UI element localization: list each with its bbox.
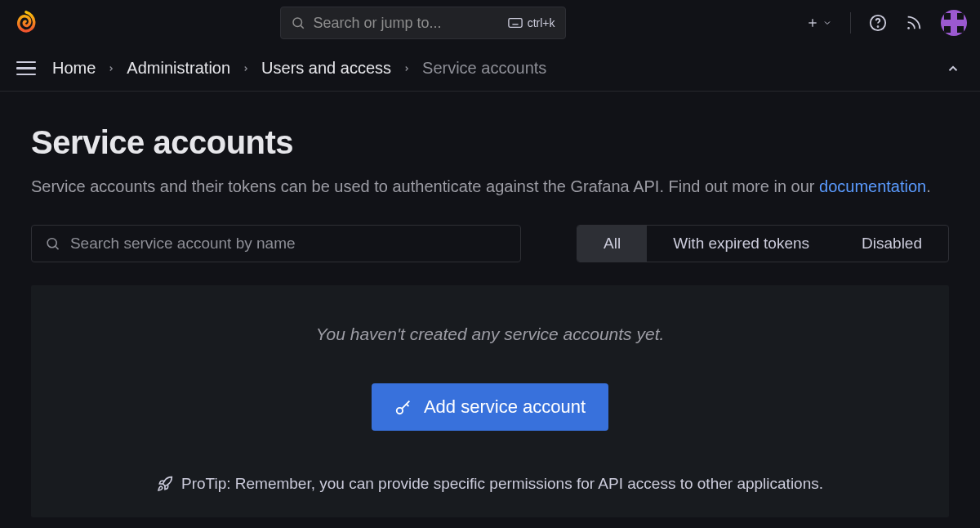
rocket-icon — [157, 476, 173, 492]
filter-tabs: All With expired tokens Disabled — [577, 225, 949, 262]
empty-state: You haven't created any service accounts… — [31, 285, 949, 517]
crumb-administration[interactable]: Administration — [127, 59, 230, 78]
collapse-button[interactable] — [941, 56, 965, 81]
svg-line-1 — [301, 25, 303, 28]
filter-disabled[interactable]: Disabled — [835, 226, 948, 262]
svg-line-17 — [407, 404, 409, 406]
divider — [850, 12, 851, 34]
documentation-link[interactable]: documentation — [819, 177, 926, 195]
svg-point-13 — [47, 239, 56, 248]
svg-point-12 — [907, 27, 910, 29]
filter-expired[interactable]: With expired tokens — [647, 226, 835, 262]
global-search-placeholder: Search or jump to... — [314, 15, 500, 32]
chevron-right-icon — [242, 63, 250, 74]
menu-toggle-button[interactable] — [15, 56, 38, 81]
grafana-logo[interactable] — [13, 10, 39, 36]
subtitle-text: Service accounts and their tokens can be… — [31, 177, 819, 195]
topbar-center: Search or jump to... ctrl+k — [39, 7, 806, 39]
keyboard-shortcut: ctrl+k — [508, 16, 555, 29]
keyboard-icon — [508, 17, 523, 29]
shortcut-label: ctrl+k — [528, 16, 555, 29]
top-bar: Search or jump to... ctrl+k — [0, 0, 980, 46]
add-service-account-button[interactable]: Add service account — [372, 383, 608, 431]
breadcrumb-row: Home Administration Users and access Ser… — [0, 46, 980, 92]
protip: ProTip: Remember, you can provide specif… — [47, 475, 933, 493]
svg-line-16 — [402, 401, 409, 409]
search-icon — [291, 16, 305, 30]
crumb-users-and-access[interactable]: Users and access — [261, 59, 391, 78]
svg-line-14 — [56, 247, 59, 250]
crumb-current: Service accounts — [422, 59, 546, 78]
search-icon — [45, 235, 60, 252]
news-button[interactable] — [905, 14, 923, 32]
service-account-search-input[interactable] — [70, 235, 507, 253]
chevron-right-icon — [107, 63, 115, 74]
subtitle-suffix: . — [926, 177, 931, 195]
empty-message: You haven't created any service accounts… — [47, 324, 933, 344]
filter-all[interactable]: All — [577, 226, 647, 262]
add-button-label: Add service account — [424, 396, 586, 418]
svg-rect-2 — [509, 19, 522, 28]
page-subtitle: Service accounts and their tokens can be… — [31, 174, 949, 199]
service-account-search[interactable] — [31, 225, 521, 262]
controls-row: All With expired tokens Disabled — [31, 225, 949, 262]
user-avatar[interactable] — [941, 10, 967, 36]
page-content: Service accounts Service accounts and th… — [0, 92, 980, 517]
page-title: Service accounts — [31, 124, 949, 161]
breadcrumbs: Home Administration Users and access Ser… — [52, 59, 926, 78]
key-icon — [394, 398, 412, 416]
help-button[interactable] — [869, 14, 887, 32]
protip-text: ProTip: Remember, you can provide specif… — [181, 475, 823, 493]
crumb-home[interactable]: Home — [52, 59, 96, 78]
chevron-right-icon — [403, 63, 411, 74]
svg-point-0 — [293, 18, 302, 27]
add-menu-button[interactable] — [806, 16, 832, 29]
svg-point-15 — [397, 408, 403, 414]
svg-point-11 — [878, 26, 879, 27]
global-search[interactable]: Search or jump to... ctrl+k — [280, 7, 566, 39]
topbar-right — [806, 10, 967, 36]
